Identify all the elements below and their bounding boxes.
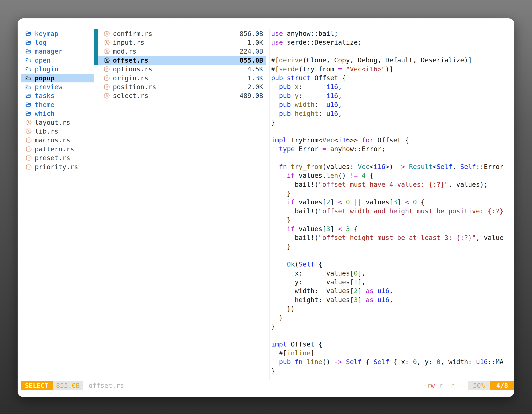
file-name: offset.rs — [113, 57, 148, 64]
mode-badge: SELECT — [21, 381, 53, 390]
rust-file-icon: R — [25, 137, 33, 143]
file-name: select.rs — [113, 92, 148, 100]
rust-file-icon: R — [104, 84, 112, 90]
sidebar-item-label: which — [35, 110, 54, 117]
sidebar-item-label: tasks — [35, 92, 54, 100]
code-line: use anyhow::bail; — [271, 29, 512, 38]
sidebar-item-keymap[interactable]: keymap — [21, 29, 94, 38]
rust-file-icon: R — [25, 155, 33, 161]
folder-icon — [25, 76, 33, 81]
file-row-confirm.rs[interactable]: Rconfirm.rs856.0B — [98, 29, 266, 38]
rust-file-icon: R — [104, 30, 112, 37]
code-line: } — [271, 313, 512, 322]
code-line — [271, 127, 512, 136]
folder-icon — [25, 67, 33, 72]
sidebar-item-lib.rs[interactable]: Rlib.rs — [21, 127, 94, 136]
status-bar: SELECT 855.0B offset.rs -rw-r--r-- 50% 4… — [18, 381, 514, 390]
code-line: #[serde(try_from = "Vec<i16>")] — [271, 65, 512, 74]
status-filename: offset.rs — [88, 381, 124, 390]
scroll-percent-badge: 50% — [468, 381, 490, 390]
svg-text:R: R — [28, 165, 30, 169]
sidebar-item-label: open — [35, 57, 50, 64]
file-size-badge: 855.0B — [53, 381, 83, 390]
sidebar-item-popup[interactable]: popup — [21, 74, 94, 82]
rust-file-icon: R — [104, 57, 112, 64]
sidebar-item-pattern.rs[interactable]: Rpattern.rs — [21, 144, 94, 154]
sidebar-item-plugin[interactable]: plugin — [21, 65, 94, 74]
sidebar-item-macros.rs[interactable]: Rmacros.rs — [21, 136, 94, 144]
code-line: fn try_from(values: Vec<i16>) -> Result<… — [271, 163, 512, 171]
svg-text:R: R — [106, 49, 108, 53]
svg-text:R: R — [28, 138, 30, 142]
file-size: 224.0B — [239, 48, 263, 55]
file-row-select.rs[interactable]: Rselect.rs489.0B — [98, 91, 266, 100]
code-line: width: values[2] as u16, — [271, 287, 512, 295]
code-line: } — [271, 189, 512, 198]
sidebar-item-label: log — [35, 39, 47, 47]
file-row-mod.rs[interactable]: Rmod.rs224.0B — [98, 47, 266, 56]
sidebar-item-manager[interactable]: manager — [21, 47, 94, 56]
rust-file-icon: R — [25, 119, 33, 126]
file-row-options.rs[interactable]: Roptions.rs4.5K — [98, 65, 266, 74]
sidebar-item-open[interactable]: open — [21, 56, 94, 65]
folder-icon — [25, 93, 33, 98]
file-row-input.rs[interactable]: Rinput.rs1.0K — [98, 38, 266, 47]
svg-text:R: R — [106, 41, 108, 45]
file-size: 1.3K — [247, 74, 263, 82]
code-line: } — [271, 322, 512, 331]
sidebar-item-theme[interactable]: theme — [21, 100, 94, 109]
file-size: 855.0B — [239, 57, 263, 64]
folder-icon — [25, 85, 33, 90]
code-line: } — [271, 118, 512, 127]
code-line: bail!("offset width and height must be p… — [271, 207, 512, 216]
rust-file-icon: R — [25, 128, 33, 135]
code-line: pub width: u16, — [271, 100, 512, 109]
file-name: confirm.rs — [113, 30, 152, 38]
code-line: impl TryFrom<Vec<i16>> for Offset { — [271, 136, 512, 144]
svg-text:R: R — [106, 94, 108, 98]
file-manager-window: keymaplogmanageropenpluginpopuppreviewta… — [18, 19, 514, 397]
sidebar-item-preview[interactable]: preview — [21, 82, 94, 91]
code-line — [271, 47, 512, 56]
code-line: use serde::Deserialize; — [271, 38, 512, 47]
code-line: bail!("offset height must be at least 3:… — [271, 233, 512, 242]
status-left: SELECT 855.0B offset.rs — [21, 381, 124, 390]
code-preview-pane: use anyhow::bail;use serde::Deserialize;… — [271, 29, 512, 375]
sidebar-item-log[interactable]: log — [21, 38, 94, 47]
file-row-offset.rs[interactable]: Roffset.rs855.0B — [98, 56, 266, 65]
file-name: options.rs — [113, 65, 152, 73]
rust-file-icon: R — [104, 75, 112, 81]
sidebar-item-label: keymap — [35, 30, 58, 38]
scrollbar-thumb[interactable] — [94, 29, 98, 65]
code-line: #[inline] — [271, 349, 512, 357]
sidebar-item-tasks[interactable]: tasks — [21, 91, 94, 100]
code-line: pub y: i16, — [271, 91, 512, 100]
file-size: 489.0B — [239, 92, 263, 100]
code-line: pub x: i16, — [271, 82, 512, 91]
folder-icon — [25, 40, 33, 45]
sidebar-item-label: manager — [35, 48, 62, 55]
sidebar-item-preset.rs[interactable]: Rpreset.rs — [21, 154, 94, 162]
sidebar-item-label: plugin — [35, 65, 58, 73]
parent-directory-pane: keymaplogmanageropenpluginpopuppreviewta… — [21, 29, 94, 171]
file-row-origin.rs[interactable]: Rorigin.rs1.3K — [98, 74, 266, 82]
folder-icon — [25, 102, 33, 107]
file-size: 4.5K — [247, 65, 263, 73]
folder-icon — [25, 31, 33, 36]
file-row-position.rs[interactable]: Rposition.rs2.0K — [98, 82, 266, 91]
code-line: }) — [271, 304, 512, 313]
rust-file-icon: R — [104, 48, 112, 55]
file-size: 2.0K — [247, 83, 263, 91]
current-directory-pane: Rconfirm.rs856.0BRinput.rs1.0KRmod.rs224… — [98, 29, 266, 100]
sidebar-item-which[interactable]: which — [21, 109, 94, 118]
sidebar-item-label: popup — [35, 74, 54, 82]
svg-text:R: R — [106, 85, 108, 89]
sidebar-item-label: pattern.rs — [35, 145, 74, 153]
sidebar-item-priority.rs[interactable]: Rpriority.rs — [21, 163, 94, 171]
code-line: #[derive(Clone, Copy, Debug, Default, De… — [271, 56, 512, 65]
rust-file-icon: R — [104, 66, 112, 72]
sidebar-item-layout.rs[interactable]: Rlayout.rs — [21, 118, 94, 127]
file-size: 856.0B — [239, 30, 263, 38]
svg-text:R: R — [106, 67, 108, 71]
file-name: mod.rs — [113, 48, 137, 55]
